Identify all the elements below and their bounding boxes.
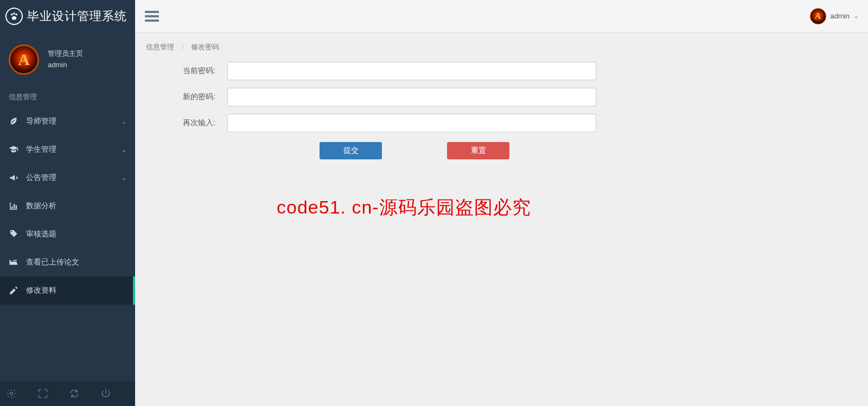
sidebar: A 管理员主页 admin 信息管理 导师管理 ⌄ 学生管理 ⌄ 公告管理 ⌄ … [0,33,135,381]
new-password-input[interactable] [227,88,596,106]
menu-toggle-icon[interactable] [145,11,159,22]
app-header: 毕业设计管理系统 [0,0,135,33]
current-password-label: 当前密码: [146,66,227,76]
sidebar-profile: A 管理员主页 admin [0,33,135,87]
sidebar-footer [0,381,135,406]
topbar-username: admin [831,12,850,20]
bar-chart-icon [9,201,18,211]
graduation-cap-icon [9,145,18,154]
breadcrumb-item[interactable]: 信息管理 [146,43,174,51]
sidebar-item-label: 导师管理 [26,117,114,126]
svg-point-0 [11,14,13,16]
avatar-large: A [9,44,39,75]
confirm-password-label: 再次输入: [146,118,227,128]
svg-point-4 [10,392,13,395]
paw-icon [5,8,23,25]
chevron-down-icon: ⌄ [122,146,126,153]
power-icon[interactable] [100,388,112,399]
chevron-down-icon: ⌄ [122,118,126,125]
sidebar-item-edit-profile[interactable]: 修改资料 [0,276,135,305]
fullscreen-icon[interactable] [37,388,49,399]
confirm-password-input[interactable] [227,114,596,132]
sidebar-item-announce-manage[interactable]: 公告管理 ⌄ [0,164,135,192]
breadcrumb: 信息管理 / 修改密码 [135,33,868,62]
leaf-icon [9,117,18,126]
sidebar-section-title: 信息管理 [0,87,135,107]
sidebar-item-view-papers[interactable]: 查看已上传论文 [0,248,135,276]
sidebar-item-label: 公告管理 [26,173,114,183]
breadcrumb-separator: / [182,43,184,51]
folder-open-icon [9,257,18,267]
gear-icon[interactable] [5,388,17,399]
sidebar-item-label: 审核选题 [26,229,126,239]
sidebar-item-tutor-manage[interactable]: 导师管理 ⌄ [0,107,135,136]
sidebar-item-data-analysis[interactable]: 数据分析 [0,192,135,220]
profile-name: admin [48,60,83,71]
chevron-down-icon: ⌄ [854,13,858,19]
submit-button[interactable]: 提交 [320,142,382,159]
breadcrumb-item: 修改密码 [191,43,219,51]
current-password-input[interactable] [227,62,596,80]
sidebar-item-label: 修改资料 [26,286,126,295]
password-form: 当前密码: 新的密码: 再次输入: 提交 重置 [135,62,732,159]
edit-icon [9,286,18,295]
sidebar-item-student-manage[interactable]: 学生管理 ⌄ [0,136,135,164]
profile-role: 管理员主页 [48,48,83,60]
chevron-down-icon: ⌄ [122,175,126,182]
user-menu[interactable]: A admin ⌄ [810,8,858,24]
sidebar-item-review-topic[interactable]: 审核选题 [0,220,135,248]
svg-point-3 [12,16,16,20]
sidebar-item-label: 数据分析 [26,201,126,211]
refresh-icon[interactable] [68,388,80,399]
main-content: 信息管理 / 修改密码 当前密码: 新的密码: 再次输入: 提交 重置 [135,33,868,406]
bullhorn-icon [9,173,18,183]
avatar: A [810,8,826,24]
tag-icon [9,229,18,239]
app-title: 毕业设计管理系统 [27,8,127,24]
reset-button[interactable]: 重置 [447,142,509,159]
new-password-label: 新的密码: [146,92,227,102]
svg-point-1 [13,12,15,15]
svg-point-2 [15,14,17,16]
sidebar-item-label: 查看已上传论文 [26,257,126,267]
topbar: A admin ⌄ [135,0,868,33]
sidebar-item-label: 学生管理 [26,145,114,154]
